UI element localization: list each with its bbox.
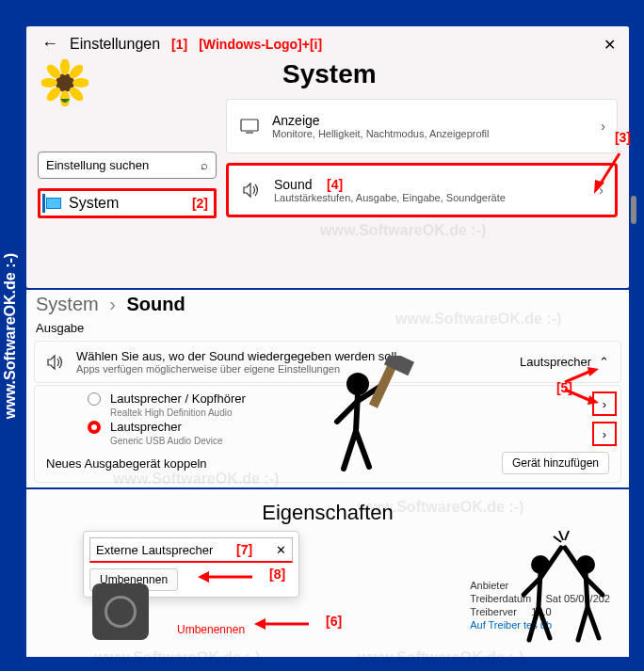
scrollbar-thumb[interactable] <box>631 196 636 224</box>
settings-label: Einstellungen <box>70 36 160 53</box>
output-selector-row[interactable]: Wählen Sie aus, wo der Sound wiedergegeb… <box>34 341 621 383</box>
svg-point-4 <box>72 78 89 88</box>
speaker-device-icon <box>92 583 149 640</box>
breadcrumb-system[interactable]: System <box>36 294 99 314</box>
chevron-right-icon: › <box>599 183 604 198</box>
annotation-8: [8] <box>269 567 285 582</box>
output-subtitle: Apps verfügen möglicherweise über eigene… <box>76 363 396 375</box>
sidebar-item-system[interactable]: System [2] <box>38 188 217 218</box>
umbenennen-link[interactable]: Umbenennen <box>177 623 245 636</box>
clear-icon[interactable]: ✕ <box>276 543 286 557</box>
device-list: Lautsprecher / Kopfhörer Realtek High De… <box>34 385 621 483</box>
settings-row-sound[interactable]: Sound [4] Lautstärkestufen, Ausgabe, Ein… <box>226 163 618 217</box>
close-icon[interactable]: ✕ <box>604 36 616 54</box>
sound-settings-panel: System › Sound Ausgabe Wählen Sie aus, w… <box>26 290 629 487</box>
row-subtitle: Lautstärkestufen, Ausgabe, Eingabe, Soun… <box>274 192 506 203</box>
output-current: Lautsprecher <box>520 355 591 369</box>
radio-unselected[interactable] <box>88 392 101 406</box>
sidebar-item-label: System <box>69 195 119 212</box>
settings-row-anzeige[interactable]: Anzeige Monitore, Helligkeit, Nachtmodus… <box>226 99 618 153</box>
svg-marker-20 <box>254 618 266 630</box>
driver-info: Anbieter Treiberdatum Sat 05/05/202 Trei… <box>470 580 610 632</box>
device-sub: Generic USB Audio Device <box>110 436 609 446</box>
chevron-right-icon: › <box>601 119 605 134</box>
device-properties-chevron[interactable]: › <box>592 391 617 416</box>
new-device-label: Neues Ausgabegerät koppeln <box>46 456 207 471</box>
back-arrow-icon[interactable]: ← <box>41 34 58 54</box>
device-sub: Realtek High Definition Audio <box>110 407 609 418</box>
device-name: Lautsprecher / Kopfhörer <box>110 391 246 406</box>
row-title: Anzeige <box>272 113 490 128</box>
watermark-vertical: www.SoftwareOK.de :-) <box>0 0 24 671</box>
annotation-6: [6] <box>326 614 342 629</box>
output-title: Wählen Sie aus, wo der Sound wiedergegeb… <box>76 349 396 363</box>
device-name: Lautsprecher <box>110 420 182 434</box>
arrow-annotation-6 <box>252 615 318 632</box>
rename-value: Externe Lautsprecher <box>96 543 213 557</box>
user-avatar-sunflower <box>41 59 89 106</box>
row-subtitle: Monitore, Helligkeit, Nachtmodus, Anzeig… <box>272 128 490 139</box>
page-title: System <box>226 59 618 89</box>
settings-window: ✕ ← Einstellungen [1] [Windows-Logo]+[i]… <box>26 26 629 288</box>
search-icon: ⌕ <box>201 158 208 172</box>
chevron-right-icon: › <box>109 294 116 314</box>
add-device-button[interactable]: Gerät hinzufügen <box>502 452 609 474</box>
device-row[interactable]: Lautsprecher / Kopfhörer <box>88 390 609 407</box>
display-icon <box>240 117 259 136</box>
annotation-shortcut: [Windows-Logo]+[i] <box>199 37 322 52</box>
radio-selected[interactable] <box>88 421 101 434</box>
breadcrumb-sound: Sound <box>126 294 185 314</box>
annotation-7: [7] <box>236 542 252 557</box>
rename-input[interactable]: Externe Lautsprecher [7] ✕ <box>89 537 293 563</box>
annotation-4: [4] <box>327 177 343 192</box>
device-row[interactable]: Lautsprecher <box>88 418 609 436</box>
sound-icon <box>242 181 261 200</box>
properties-panel: Eigenschaften Externe Lautsprecher [7] ✕… <box>26 489 629 657</box>
svg-point-2 <box>60 90 70 106</box>
annotation-2: [2] <box>192 196 208 211</box>
system-icon <box>46 198 61 209</box>
section-ausgabe: Ausgabe <box>26 319 629 337</box>
search-input[interactable]: Einstellung suchen ⌕ <box>38 152 217 179</box>
annotation-1: [1] <box>171 37 187 52</box>
annotation-3: [3] <box>615 130 631 145</box>
chevron-up-icon[interactable]: ⌃ <box>599 355 609 369</box>
driver-update-link[interactable]: Auf Treiber tes üb <box>470 619 610 631</box>
svg-rect-9 <box>241 120 258 131</box>
properties-title: Eigenschaften <box>26 489 629 525</box>
sound-icon <box>46 353 65 372</box>
annotation-5: [5] <box>556 380 572 395</box>
svg-point-1 <box>60 59 70 75</box>
breadcrumb: System › Sound <box>26 290 629 319</box>
search-placeholder: Einstellung suchen <box>46 158 149 172</box>
svg-point-3 <box>41 78 57 88</box>
device-properties-chevron[interactable]: › <box>592 422 617 446</box>
row-title: Sound <box>274 177 312 192</box>
